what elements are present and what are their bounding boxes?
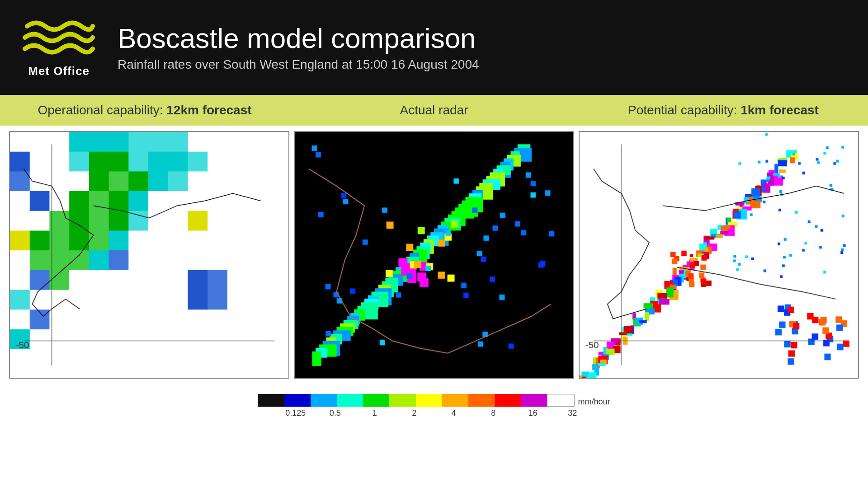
col-header-potential: Potential capability: 1km forecast: [579, 103, 868, 117]
map-12km: [9, 131, 289, 379]
col-header-potential-text: Potential capability: 1km forecast: [628, 103, 819, 117]
logo-area: Met Office: [18, 17, 99, 78]
main-title: Boscastle model comparison: [118, 23, 479, 54]
legend: mm/hour 0.1250.512481632: [0, 388, 868, 424]
legend-row: mm/hour: [258, 394, 610, 407]
legend-bar: [258, 394, 574, 407]
col-header-radar: Actual radar: [289, 103, 579, 117]
sub-title: Rainfall rates over South West England a…: [118, 57, 479, 72]
map-radar-canvas: [295, 132, 573, 378]
header-text: Boscastle model comparison Rainfall rate…: [118, 23, 479, 72]
legend-labels: 0.1250.512481632: [276, 408, 592, 418]
col-header-operational-text: Operational capability: 12km forecast: [38, 103, 251, 117]
col-header-operational: Operational capability: 12km forecast: [0, 103, 289, 117]
column-headers: Operational capability: 12km forecast Ac…: [0, 95, 868, 126]
maps-row: [0, 126, 868, 379]
legend-unit: mm/hour: [578, 397, 610, 407]
logo-label: Met Office: [28, 64, 90, 78]
col-header-radar-text: Actual radar: [400, 103, 468, 117]
met-office-logo: [23, 17, 95, 62]
map-radar: [294, 131, 574, 379]
map-1km-canvas: [580, 132, 858, 378]
map-1km: [579, 131, 859, 379]
header: Met Office Boscastle model comparison Ra…: [0, 0, 868, 95]
map-12km-canvas: [10, 132, 288, 378]
